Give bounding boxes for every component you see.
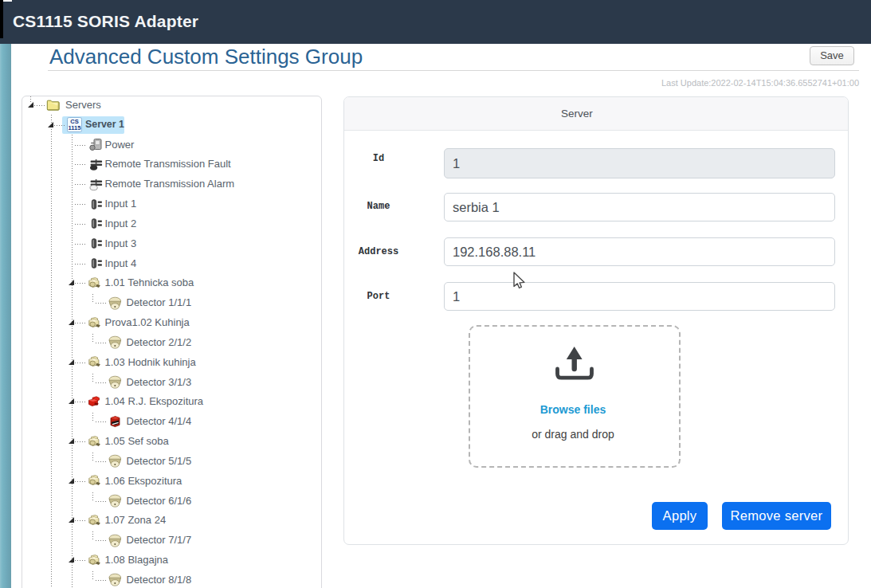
svg-text:1115: 1115 bbox=[69, 124, 81, 131]
